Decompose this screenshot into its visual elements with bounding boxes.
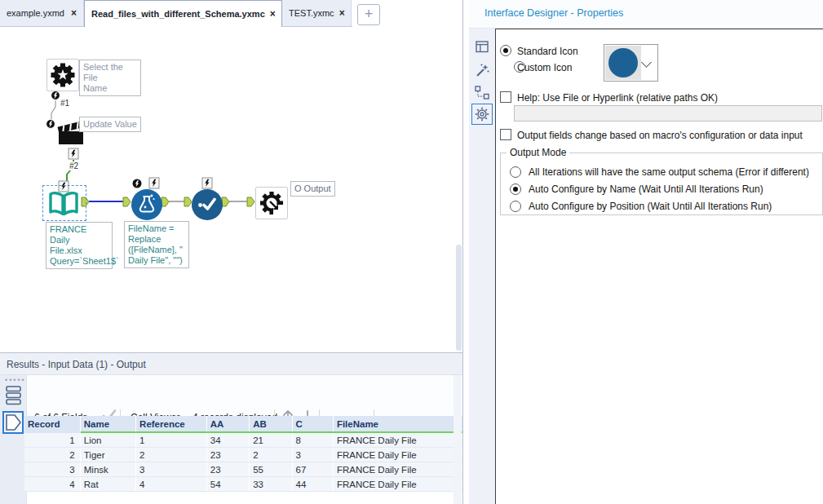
data-view-toggle-selected[interactable] xyxy=(2,411,24,434)
drag-grip-icon[interactable]: ••••• xyxy=(5,377,26,383)
close-icon[interactable]: × xyxy=(334,7,345,19)
input-data-annotation[interactable]: FRANCE Daily File.xlsx Query=`Sheet1$` xyxy=(46,222,113,269)
cell[interactable]: 34 xyxy=(206,432,249,448)
table-row[interactable]: 1Lion134218FRANCE Daily File xyxy=(24,432,463,448)
tab-test-yxmc[interactable]: TEST.yxmc × xyxy=(282,0,352,26)
output-mode-option[interactable]: All Iterations will have the same output… xyxy=(510,166,809,178)
results-left-gutter: ••••• xyxy=(0,375,27,504)
tab-label: TEST.yxmc xyxy=(289,8,334,18)
cell[interactable]: 2 xyxy=(136,448,207,462)
cell[interactable]: 4 xyxy=(136,477,207,492)
connection-2-label: #2 xyxy=(69,161,79,170)
cell[interactable]: 4 xyxy=(24,477,80,492)
output-fields-checkbox[interactable] xyxy=(500,129,511,140)
cell[interactable]: 33 xyxy=(250,477,292,492)
results-toolbar: 6 of 6 Fields Cell Viewer 4 records disp… xyxy=(27,375,463,416)
tab-example-yxmd[interactable]: example.yxmd × xyxy=(0,0,84,26)
help-url-input[interactable] xyxy=(514,105,822,122)
formula-tool[interactable] xyxy=(131,188,163,221)
gear-arrow-icon xyxy=(256,188,287,219)
cell[interactable]: FRANCE Daily File xyxy=(333,448,462,462)
help-checkbox[interactable] xyxy=(500,91,511,103)
column-header-c[interactable]: C xyxy=(292,416,333,432)
tree-view-icon[interactable] xyxy=(475,86,489,99)
cell[interactable]: 23 xyxy=(206,462,249,477)
action-annotation[interactable]: Update Value xyxy=(79,117,141,132)
cell[interactable]: Lion xyxy=(80,432,135,448)
panel-splitter[interactable] xyxy=(463,0,469,504)
macro-output-annotation[interactable]: O Output xyxy=(290,181,335,197)
document-tab-bar: example.yxmd × Read_files_with_different… xyxy=(0,0,463,27)
cell[interactable]: Tiger xyxy=(80,448,135,462)
cell[interactable]: Minsk xyxy=(80,462,135,477)
workflow-canvas[interactable]: #1 #2 xyxy=(0,27,462,352)
file-browse-tool[interactable] xyxy=(46,59,79,91)
table-row[interactable]: 2Tiger22323FRANCE Daily File xyxy=(24,448,463,462)
cell[interactable]: 2 xyxy=(250,448,292,462)
formula-input-anchor[interactable] xyxy=(123,197,131,206)
interface-designer-titlebar[interactable]: Interface Designer - Properties xyxy=(469,0,823,29)
input-data-tool[interactable] xyxy=(47,191,80,217)
metadata-view-icon[interactable] xyxy=(6,386,22,405)
output-mode-option-label: All Iterations will have the same output… xyxy=(529,166,809,178)
column-header-filename[interactable]: FileName xyxy=(333,416,462,432)
macro-output-input-anchor[interactable] xyxy=(247,197,254,206)
cell[interactable]: 67 xyxy=(292,462,333,477)
macro-output-tool[interactable] xyxy=(255,187,288,219)
cell[interactable]: 44 xyxy=(292,477,333,492)
layout-view-icon[interactable] xyxy=(476,41,489,53)
chevron-down-icon[interactable] xyxy=(641,57,652,68)
results-header[interactable]: Results - Input Data (1) - Output xyxy=(0,352,463,375)
action-lightning-anchor[interactable] xyxy=(69,148,78,159)
test-view-wand-icon[interactable] xyxy=(475,63,489,78)
column-header-ab[interactable]: AB xyxy=(250,416,292,432)
output-mode-option[interactable]: Auto Configure by Position (Wait Until A… xyxy=(510,201,772,212)
column-header-aa[interactable]: AA xyxy=(206,416,249,432)
table-row[interactable]: 4Rat4543344FRANCE Daily File xyxy=(24,477,463,492)
cell[interactable]: Rat xyxy=(80,477,135,492)
cell[interactable]: 21 xyxy=(250,432,292,448)
cell[interactable]: FRANCE Daily File xyxy=(333,462,462,477)
icon-dropdown[interactable] xyxy=(604,44,658,82)
output-fields-label: Output fields change based on macro's co… xyxy=(517,130,803,141)
column-header-record[interactable]: Record xyxy=(24,416,80,432)
cell[interactable]: 54 xyxy=(206,477,249,492)
standard-icon-radio[interactable] xyxy=(500,45,511,56)
formula-lightning-anchor[interactable] xyxy=(149,178,159,188)
column-header-name[interactable]: Name xyxy=(80,416,135,432)
cell[interactable]: 1 xyxy=(136,432,207,448)
file-browse-annotation[interactable]: Select the File Name xyxy=(79,60,141,96)
output-mode-radio[interactable] xyxy=(510,201,521,212)
cell[interactable]: FRANCE Daily File xyxy=(333,477,462,492)
formula-annotation[interactable]: FileName = Replace ([FileName], " Daily … xyxy=(124,221,189,268)
cell[interactable]: 1 xyxy=(24,432,80,448)
custom-icon-label: Custom Icon xyxy=(517,62,572,73)
gear-question-anchor[interactable] xyxy=(51,91,60,100)
output-mode-option-label: Auto Configure by Position (Wait Until A… xyxy=(529,201,772,212)
column-header-reference[interactable]: Reference xyxy=(136,416,207,432)
results-table[interactable]: RecordNameReferenceAAABCFileName 1Lion13… xyxy=(24,416,463,492)
results-vertical-scrollbar[interactable] xyxy=(454,375,462,504)
tab-read-files-schema-yxmc[interactable]: Read_files_with_different_Schema.yxmc × xyxy=(84,0,282,27)
select-tool[interactable] xyxy=(191,188,223,221)
output-mode-radio[interactable] xyxy=(510,166,521,178)
table-row[interactable]: 3Minsk3235567FRANCE Daily File xyxy=(24,462,463,477)
formula-question-anchor[interactable] xyxy=(133,179,142,188)
cell[interactable]: 55 xyxy=(250,462,292,477)
canvas-vertical-scrollbar[interactable] xyxy=(456,245,462,351)
cell[interactable]: 3 xyxy=(292,448,333,462)
close-icon[interactable]: × xyxy=(66,7,77,19)
cell[interactable]: 8 xyxy=(292,432,333,448)
properties-gear-icon[interactable] xyxy=(475,107,489,122)
cell[interactable]: 3 xyxy=(24,462,80,477)
output-mode-radio[interactable] xyxy=(510,183,521,195)
output-mode-option[interactable]: Auto Configure by Name (Wait Until All I… xyxy=(510,183,763,195)
new-tab-button[interactable]: + xyxy=(357,4,380,25)
cell[interactable]: 3 xyxy=(136,462,207,477)
tab-label: Read_files_with_different_Schema.yxmc xyxy=(91,9,265,19)
cell[interactable]: 23 xyxy=(206,448,249,462)
cell[interactable]: FRANCE Daily File xyxy=(333,432,462,448)
cell[interactable]: 2 xyxy=(24,448,80,462)
close-icon[interactable]: × xyxy=(265,8,276,20)
select-lightning-anchor[interactable] xyxy=(202,178,212,188)
